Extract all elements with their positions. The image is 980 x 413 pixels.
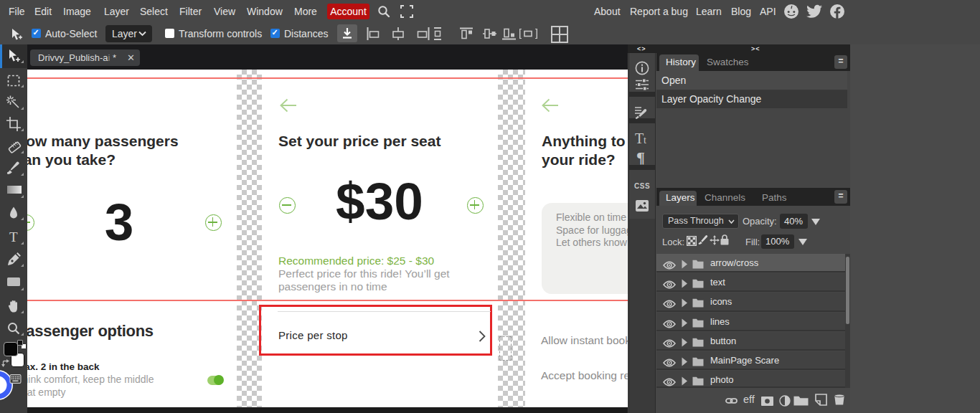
svg-text:¶: ¶	[636, 150, 645, 166]
svg-text:T: T	[635, 130, 644, 146]
svg-text:t: t	[644, 135, 646, 146]
svg-text:T: T	[9, 230, 18, 245]
